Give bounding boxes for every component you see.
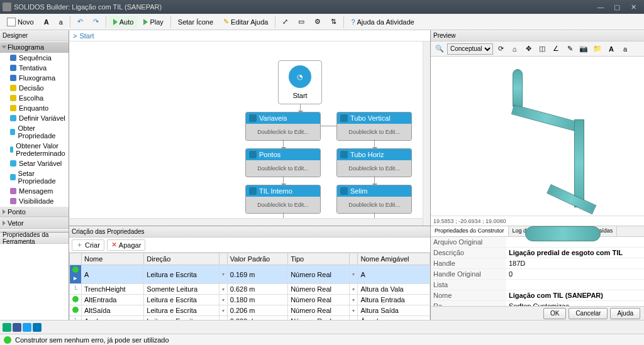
home-view-icon[interactable]: ⌂ [508, 43, 521, 55]
edit-help-button[interactable]: ✎Editar Ajuda [219, 16, 272, 28]
cell-nome[interactable]: A [82, 265, 144, 284]
play-button[interactable]: Play [139, 16, 167, 28]
activity-body[interactable]: Doubleclick to Edit... [246, 160, 320, 177]
minimize-button[interactable]: — [592, 1, 609, 13]
activity-body[interactable]: Doubleclick to Edit... [337, 197, 411, 213]
toolbox-cat-fluxograma[interactable]: Fluxograma [0, 41, 69, 53]
cell-nick[interactable]: Altura Entrada [358, 295, 430, 305]
props-grid[interactable]: NomeDireçãoValor PadrãoTipoNome Amigável… [69, 253, 430, 320]
toolbox-item[interactable]: Tentativa [0, 63, 69, 73]
visual-style-select[interactable]: Conceptual [447, 43, 493, 55]
zoom-fit-button[interactable]: ▭ [294, 16, 309, 28]
new-button[interactable]: Novo [3, 16, 38, 28]
refresh-icon[interactable]: ⟳ [494, 43, 507, 55]
prop-value[interactable]: Ligação predial de esgoto com TIL [506, 248, 644, 258]
cell-dir[interactable]: Leitura e Escrita [144, 265, 219, 284]
toolbox-item[interactable]: Definir Variável [0, 113, 69, 123]
font-big-icon[interactable]: A [605, 43, 618, 55]
font-bigger[interactable]: A [40, 16, 53, 28]
right-tab[interactable]: Propriedades do Construtor [431, 226, 509, 236]
cell-tipo[interactable]: Número Real [288, 265, 350, 284]
prop-value[interactable]: Sorften Customizaç [506, 301, 644, 306]
prop-value[interactable]: 187D [506, 258, 644, 268]
toolbox-item[interactable]: Setar Variável [0, 158, 69, 168]
redo-button[interactable]: ↷ [89, 16, 103, 28]
column-header[interactable]: Nome [82, 253, 144, 265]
activity-node[interactable]: Tubo VerticalDoubleclick to Edit... [336, 112, 412, 141]
undo-button[interactable]: ↶ [73, 16, 87, 28]
globe-icon[interactable] [3, 323, 11, 332]
breadcrumb-start[interactable]: Start [79, 32, 94, 40]
prop-row[interactable]: RaSorften Customizaç [431, 301, 644, 306]
folder-icon[interactable]: 📁 [591, 43, 604, 55]
auto-run-button[interactable]: Auto [109, 16, 138, 28]
table-row[interactable]: AltEntradaLeitura e Escrita▾0.180 mNúmer… [70, 295, 430, 305]
font-smaller[interactable]: a [55, 16, 67, 28]
activity-body[interactable]: Doubleclick to Edit... [337, 160, 411, 177]
zoom-icon[interactable]: 🔍 [433, 43, 446, 55]
toolbox-item[interactable]: Escolha [0, 93, 69, 103]
prop-row[interactable]: Handle187D [431, 258, 644, 269]
column-header[interactable]: Tipo [288, 253, 350, 265]
toolbox-cat[interactable]: Vetor [0, 217, 69, 229]
breadcrumb[interactable]: > Start [69, 30, 430, 41]
start-node[interactable]: ◔ Start [278, 60, 322, 104]
delete-prop-button[interactable]: ✕Apagar [107, 239, 145, 251]
prop-row[interactable]: NomeLigação com TIL (SANEPAR) [431, 290, 644, 301]
cell-nome[interactable]: AltEntrada [82, 295, 144, 305]
cell-valor[interactable]: 0.180 m [227, 295, 287, 305]
cell-valor[interactable]: 0.169 m [227, 265, 287, 284]
prop-row[interactable]: Handle Original0 [431, 269, 644, 280]
flowchart-canvas[interactable]: ◔ Start VariaveisDoubleclick to Edit...P… [69, 41, 430, 226]
edit-icon[interactable]: ✎ [564, 43, 576, 55]
facebook-icon[interactable] [13, 323, 21, 332]
toolbox-item[interactable]: Setar Propriedade [0, 168, 69, 186]
toolbox-item[interactable]: Obter Propriedade [0, 123, 69, 141]
toolbox-item[interactable]: Sequência [0, 53, 69, 63]
activity-body[interactable]: Doubleclick to Edit... [246, 197, 320, 213]
settings-button[interactable]: ⚙ [310, 16, 325, 28]
column-header[interactable] [350, 253, 358, 265]
linkedin-icon[interactable] [33, 323, 42, 332]
table-row[interactable]: └TrenchHeightSomente Leitura▾0.628 mNúme… [70, 284, 430, 295]
camera-icon[interactable]: 📷 [577, 43, 590, 55]
column-header[interactable]: Direção [144, 253, 219, 265]
column-header[interactable]: Valor Padrão [227, 253, 287, 265]
cell-nick[interactable]: A [358, 265, 430, 284]
prop-row[interactable]: DescriçãoLigação predial de esgoto com T… [431, 248, 644, 258]
activity-body[interactable]: Doubleclick to Edit... [246, 124, 320, 140]
prop-value[interactable]: 0 [506, 269, 644, 279]
canvas-scrollbar-v[interactable] [423, 41, 430, 226]
prop-value[interactable]: Ligação com TIL (SANEPAR) [506, 290, 644, 300]
activity-node[interactable]: Tubo HorizDoubleclick to Edit... [336, 148, 412, 177]
prop-row[interactable]: Lista [431, 280, 644, 290]
toolbox-cat[interactable]: Ponto [0, 206, 69, 217]
table-row[interactable]: AltSaídaLeitura e Escrita▾0.206 mNúmero … [70, 305, 430, 316]
cell-tipo[interactable]: Número Real [288, 284, 350, 295]
cell-nome[interactable]: TrenchHeight [82, 284, 144, 295]
cell-tipo[interactable]: Número Real [288, 305, 350, 316]
cube-icon[interactable]: ◫ [536, 43, 548, 55]
builder-properties[interactable]: Arquivo OriginalDescriçãoLigação predial… [431, 237, 644, 306]
toolbox-item[interactable]: Obtener Valor Predeterminado [0, 141, 69, 158]
preview-viewport[interactable] [431, 57, 644, 216]
cell-dir[interactable]: Leitura e Escrita [144, 305, 219, 316]
cancel-button[interactable]: Cancelar [569, 308, 608, 319]
activity-node[interactable]: TIL InternoDoubleclick to Edit... [245, 185, 321, 214]
toolbox-item[interactable]: Decisão [0, 83, 69, 93]
activity-help-button[interactable]: ?Ajuda da Atividade [347, 16, 418, 28]
toolbox-item[interactable]: Visibilidade [0, 196, 69, 206]
prop-value[interactable] [506, 280, 644, 290]
zoom-out-button[interactable]: ⤢ [278, 16, 292, 28]
cell-dir[interactable]: Somente Leitura [144, 284, 219, 295]
toolbox-item[interactable]: Enquanto [0, 103, 69, 113]
toolbox-item[interactable]: Mensagem [0, 186, 69, 196]
set-icon-button[interactable]: Setar Ícone [174, 16, 218, 28]
table-row[interactable]: ▸ALeitura e Escrita▾0.169 mNúmero Real▾A [70, 265, 430, 284]
cell-valor[interactable]: 0.628 m [227, 284, 287, 295]
create-prop-button[interactable]: ＋Criar [72, 239, 104, 251]
column-header[interactable] [70, 253, 82, 265]
column-header[interactable]: Nome Amigável [358, 253, 430, 265]
cell-valor[interactable]: 0.206 m [227, 305, 287, 316]
toolbox-item[interactable]: Fluxograma [0, 73, 69, 83]
